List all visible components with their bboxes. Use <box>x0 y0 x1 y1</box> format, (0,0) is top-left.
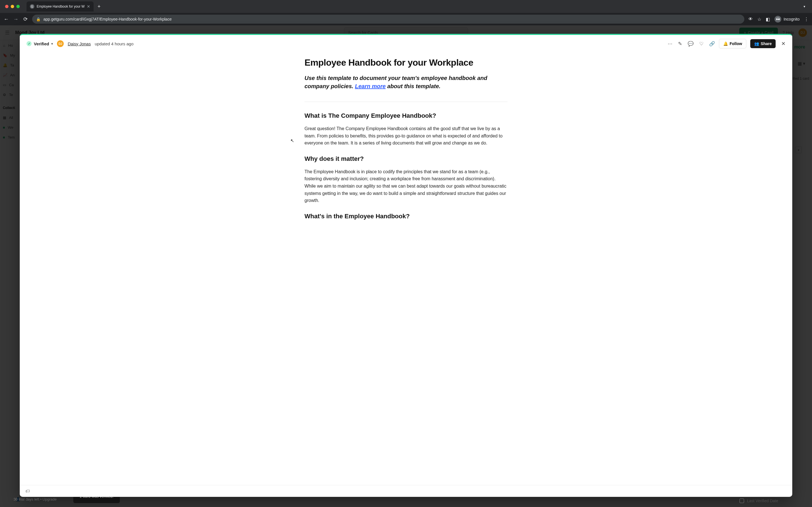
card-header: ✓ Verified ▾ DJ Daisy Jonas updated 4 ho… <box>20 35 792 52</box>
section-heading-3: What's in the Employee Handbook? <box>305 213 507 220</box>
section-heading-1: What is The Company Employee Handbook? <box>305 112 507 119</box>
browser-tab[interactable]: G Employee Handbook for your W ✕ <box>27 1 94 11</box>
bell-icon: 🔔 <box>723 41 728 46</box>
divider <box>305 102 507 102</box>
incognito-icon: 🕶 <box>774 16 781 22</box>
card-header-actions: ⋯ ✎ 💬 ♡ 🔗 <box>668 41 715 47</box>
lock-icon: 🔒 <box>36 17 41 21</box>
comment-icon[interactable]: 💬 <box>688 41 694 47</box>
verified-status-button[interactable]: ✓ Verified ▾ <box>27 41 53 46</box>
tab-favicon-icon: G <box>30 4 35 9</box>
follow-label: Follow <box>730 41 742 46</box>
incognito-label: Incognito <box>783 17 800 21</box>
author-avatar: DJ <box>57 40 64 47</box>
url-text: app.getguru.com/card/iGxgj7AT/Employee-H… <box>43 17 172 21</box>
updated-timestamp: updated 4 hours ago <box>95 41 134 46</box>
more-menu-icon[interactable]: ⋯ <box>668 41 672 47</box>
panel-icon[interactable]: ◧ <box>766 17 770 22</box>
address-bar: ← → ⟳ 🔒 app.getguru.com/card/iGxgj7AT/Em… <box>0 13 812 25</box>
browser-chrome: G Employee Handbook for your W ✕ + ▾ ← →… <box>0 0 812 25</box>
intro-text-post: about this template. <box>386 83 441 89</box>
chevron-down-icon: ▾ <box>51 42 53 46</box>
card-title: Employee Handbook for your Workplace <box>305 57 507 68</box>
share-button[interactable]: 👥 Share <box>750 39 776 48</box>
check-circle-icon: ✓ <box>27 41 32 46</box>
tab-title: Employee Handbook for your W <box>37 4 85 8</box>
edit-pencil-icon[interactable]: ✎ <box>678 41 682 47</box>
window-close-icon[interactable] <box>5 5 8 8</box>
follow-button[interactable]: 🔔 Follow <box>719 39 746 48</box>
window-minimize-icon[interactable] <box>11 5 14 8</box>
traffic-lights <box>5 5 20 8</box>
section-body-1: Great question! The Company Employee Han… <box>305 125 507 147</box>
eye-off-icon[interactable]: 👁 <box>748 17 753 22</box>
reload-button[interactable]: ⟳ <box>22 16 28 22</box>
last-verified-date-filter[interactable]: Last Verified Date <box>740 499 778 503</box>
new-tab-button[interactable]: + <box>98 4 101 10</box>
card-intro: Use this template to document your team'… <box>305 74 507 91</box>
author-initials: DJ <box>59 42 62 45</box>
tag-icon[interactable]: 🏷 <box>26 489 30 494</box>
checkbox-icon[interactable] <box>740 499 744 503</box>
address-bar-actions: 👁 ☆ ◧ 🕶 Incognito ⋮ <box>748 16 809 22</box>
url-field[interactable]: 🔒 app.getguru.com/card/iGxgj7AT/Employee… <box>32 15 744 24</box>
document-content: Employee Handbook for your Workplace Use… <box>302 57 510 220</box>
upgrade-banner[interactable]: 30 trial days left • Upgrade <box>13 497 57 501</box>
kebab-menu-icon[interactable]: ⋮ <box>804 17 809 22</box>
share-label: Share <box>761 41 772 46</box>
tabs-dropdown-icon[interactable]: ▾ <box>804 4 805 8</box>
learn-more-link[interactable]: Learn more <box>355 83 386 89</box>
people-icon: 👥 <box>754 41 759 46</box>
card-body[interactable]: Employee Handbook for your Workplace Use… <box>20 52 792 485</box>
section-body-2: The Employee Handbook is in place to cod… <box>305 168 507 204</box>
close-modal-button[interactable]: ✕ <box>781 41 785 47</box>
bookmark-star-icon[interactable]: ☆ <box>757 17 761 22</box>
link-icon[interactable]: 🔗 <box>709 41 715 47</box>
heart-icon[interactable]: ♡ <box>699 41 703 47</box>
verified-label: Verified <box>34 41 49 46</box>
forward-button[interactable]: → <box>13 16 18 22</box>
window-maximize-icon[interactable] <box>16 5 20 8</box>
titlebar: G Employee Handbook for your W ✕ + ▾ <box>0 0 812 13</box>
lvd-label: Last Verified Date <box>747 499 778 503</box>
tabstrip: G Employee Handbook for your W ✕ + ▾ <box>27 0 807 13</box>
card-modal: ✓ Verified ▾ DJ Daisy Jonas updated 4 ho… <box>20 34 792 497</box>
incognito-indicator[interactable]: 🕶 Incognito <box>774 16 800 22</box>
section-heading-2: Why does it matter? <box>305 155 507 163</box>
card-footer: 🏷 <box>20 485 792 497</box>
author-link[interactable]: Daisy Jonas <box>68 41 91 46</box>
tab-close-icon[interactable]: ✕ <box>87 4 90 9</box>
back-button[interactable]: ← <box>3 16 9 22</box>
